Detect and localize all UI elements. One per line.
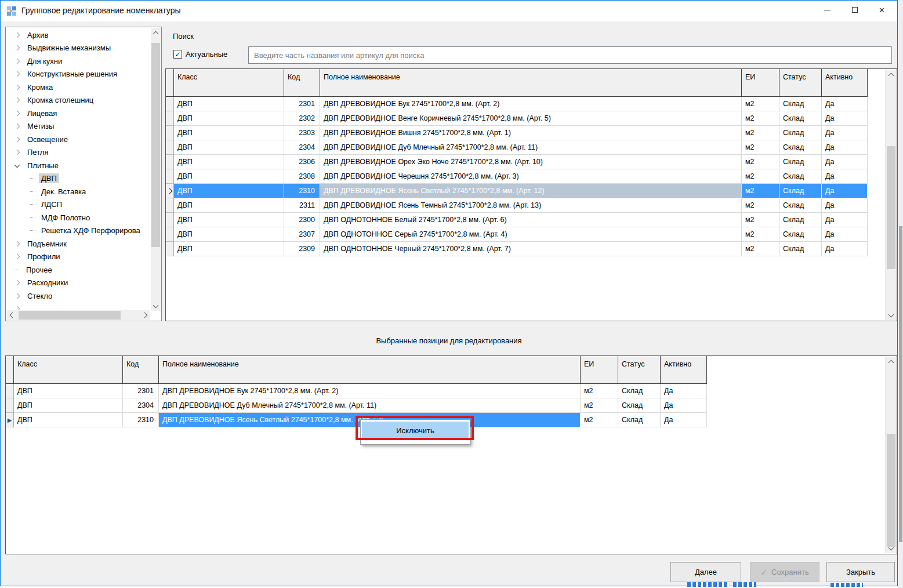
- cell-class[interactable]: ДВП: [174, 155, 284, 169]
- save-button[interactable]: Сохранить: [750, 562, 819, 582]
- scroll-left-button[interactable]: [6, 310, 16, 320]
- cell-name[interactable]: ДВП ДРЕВОВИДНОЕ Орех Эко Ноче 2745*1700*…: [320, 155, 742, 169]
- cell-active[interactable]: Да: [822, 227, 868, 242]
- maximize-button[interactable]: [841, 1, 868, 19]
- chevron-right-icon[interactable]: [14, 293, 20, 299]
- column-header-unit[interactable]: ЕИ: [742, 69, 779, 97]
- tree-item-освещение[interactable]: Освещение: [6, 133, 150, 146]
- cell-unit[interactable]: м2: [742, 111, 779, 126]
- cell-name[interactable]: ДВП ДРЕВОВИДНОЕ Дуб Млечный 2745*1700*2,…: [159, 398, 581, 413]
- cell-active[interactable]: Да: [661, 413, 707, 427]
- cell-status[interactable]: Склад: [779, 126, 822, 140]
- column-header-name[interactable]: Полное наименование: [320, 69, 742, 97]
- cell-status[interactable]: Склад: [618, 384, 661, 398]
- tree-item-конструктивные-решения[interactable]: Конструктивные решения: [6, 68, 150, 81]
- cell-code[interactable]: 2310: [284, 184, 320, 198]
- next-button[interactable]: Далее: [670, 562, 741, 582]
- scroll-down-button[interactable]: [886, 543, 896, 553]
- cell-code[interactable]: 2307: [284, 227, 320, 242]
- chevron-right-icon[interactable]: [14, 241, 20, 246]
- column-header-code[interactable]: Код: [123, 356, 159, 384]
- cell-code[interactable]: 2301: [123, 384, 159, 398]
- close-button[interactable]: [868, 1, 895, 19]
- chevron-right-icon[interactable]: [14, 32, 20, 38]
- cell-class[interactable]: ДВП: [174, 169, 284, 184]
- cell-class[interactable]: ДВП: [174, 140, 284, 155]
- cell-active[interactable]: Да: [822, 242, 868, 256]
- close-dialog-button[interactable]: Закрыть: [826, 562, 895, 582]
- cell-status[interactable]: Склад: [618, 398, 661, 413]
- cell-active[interactable]: Да: [822, 198, 868, 213]
- scroll-right-button[interactable]: [140, 310, 150, 320]
- column-header-active[interactable]: Активно: [822, 69, 868, 97]
- cell-status[interactable]: Склад: [779, 140, 822, 155]
- scrollbar-thumb[interactable]: [887, 146, 895, 269]
- chevron-right-icon[interactable]: [14, 97, 20, 103]
- cell-active[interactable]: Да: [822, 155, 868, 169]
- chevron-right-icon[interactable]: [14, 124, 20, 129]
- tree-horizontal-scrollbar[interactable]: [6, 310, 150, 320]
- tree-item-решетка-хдф-перфорирова[interactable]: Решетка ХДФ Перфорирова: [6, 224, 150, 238]
- tree-item-стекло[interactable]: Стекло: [6, 289, 150, 303]
- cell-unit[interactable]: м2: [581, 398, 618, 413]
- cell-name[interactable]: ДВП ДРЕВОВИДНОЕ Венге Коричневый 2745*17…: [320, 111, 742, 126]
- tree-item-прочее[interactable]: Прочее: [6, 263, 150, 277]
- tree-item-дек-вставка[interactable]: Дек. Вставка: [6, 185, 150, 198]
- cell-status[interactable]: Склад: [779, 111, 822, 126]
- cell-active[interactable]: Да: [822, 97, 868, 111]
- column-header-unit[interactable]: ЕИ: [581, 356, 618, 384]
- cell-active[interactable]: Да: [822, 126, 868, 140]
- cell-active[interactable]: Да: [822, 111, 868, 126]
- cell-status[interactable]: Склад: [779, 184, 822, 198]
- chevron-right-icon[interactable]: [14, 110, 20, 116]
- selection-vertical-scrollbar[interactable]: [885, 357, 896, 553]
- tree-item-partial[interactable]: [6, 303, 150, 310]
- cell-active[interactable]: Да: [822, 140, 868, 155]
- cell-class[interactable]: ДВП: [174, 198, 284, 213]
- cell-name[interactable]: ДВП ОДНОТОННОЕ Белый 2745*1700*2,8 мм. (…: [320, 213, 742, 227]
- scrollbar-thumb[interactable]: [151, 43, 160, 247]
- chevron-down-icon[interactable]: [14, 162, 20, 168]
- tree-item-кромка-столешниц[interactable]: Кромка столешниц: [6, 94, 150, 107]
- tree-item-лицевая[interactable]: Лицевая: [6, 107, 150, 120]
- column-header-name[interactable]: Полное наименование: [159, 356, 581, 384]
- chevron-right-icon[interactable]: [14, 58, 20, 64]
- cell-code[interactable]: 2304: [123, 398, 159, 413]
- cell-class[interactable]: ДВП: [174, 213, 284, 227]
- tree-item-плитные[interactable]: Плитные: [6, 159, 150, 172]
- tree-item-выдвижные-механизмы[interactable]: Выдвижные механизмы: [6, 42, 150, 55]
- cell-code[interactable]: 2302: [284, 111, 320, 126]
- cell-unit[interactable]: м2: [742, 97, 779, 111]
- cell-name[interactable]: ДВП ДРЕВОВИДНОЕ Черешня 2745*1700*2,8 мм…: [320, 169, 742, 184]
- tree-item-лдсп[interactable]: ЛДСП: [6, 198, 150, 212]
- tree-item-подъемник[interactable]: Подъемник: [6, 237, 150, 251]
- cell-status[interactable]: Склад: [779, 97, 822, 111]
- scroll-down-button[interactable]: [886, 310, 896, 320]
- cell-name[interactable]: ДВП ДРЕВОВИДНОЕ Дуб Млечный 2745*1700*2,…: [320, 140, 742, 155]
- table-row[interactable]: ДВП2311ДВП ДРЕВОВИДНОЕ Ясень Темный 2745…: [166, 198, 868, 213]
- tree-vertical-scrollbar[interactable]: [151, 28, 161, 311]
- cell-name[interactable]: ДВП ДРЕВОВИДНОЕ Вишня 2745*1700*2,8 мм. …: [320, 126, 742, 140]
- cell-name[interactable]: ДВП ОДНОТОННОЕ Черный 2745*1700*2,8 мм. …: [320, 242, 742, 256]
- tree-item-профили[interactable]: Профили: [6, 251, 150, 264]
- tree-item-двп[interactable]: ДВП: [6, 172, 150, 186]
- table-row[interactable]: ДВП2309ДВП ОДНОТОННОЕ Черный 2745*1700*2…: [166, 242, 868, 256]
- tree-item-архив[interactable]: Архив: [6, 28, 150, 42]
- cell-unit[interactable]: м2: [742, 213, 779, 227]
- table-row[interactable]: ДВП2310ДВП ДРЕВОВИДНОЕ Ясень Светлый 274…: [166, 184, 868, 198]
- chevron-right-icon[interactable]: [14, 254, 20, 260]
- cell-unit[interactable]: м2: [581, 384, 618, 398]
- cell-class[interactable]: ДВП: [14, 384, 123, 398]
- cell-class[interactable]: ДВП: [14, 413, 123, 427]
- cell-active[interactable]: Да: [822, 213, 868, 227]
- cell-active[interactable]: Да: [822, 184, 868, 198]
- catalog-vertical-scrollbar[interactable]: [885, 70, 896, 320]
- actual-only-checkbox[interactable]: Актуальные: [173, 50, 227, 59]
- table-row[interactable]: ДВП2303ДВП ДРЕВОВИДНОЕ Вишня 2745*1700*2…: [166, 126, 868, 140]
- scrollbar-thumb[interactable]: [887, 434, 895, 547]
- cell-unit[interactable]: м2: [581, 413, 618, 427]
- table-row[interactable]: ДВП2308ДВП ДРЕВОВИДНОЕ Черешня 2745*1700…: [166, 169, 868, 184]
- cell-unit[interactable]: м2: [742, 227, 779, 242]
- cell-code[interactable]: 2303: [284, 126, 320, 140]
- cell-active[interactable]: Да: [822, 169, 868, 184]
